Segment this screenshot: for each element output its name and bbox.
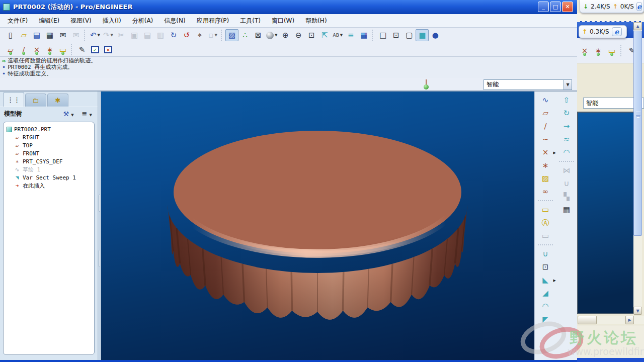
regenerate-manager-icon[interactable]: ↺ <box>180 29 193 41</box>
maximize-button[interactable]: □ <box>550 2 561 12</box>
tree-tools-button[interactable]: ⚒ ▼ <box>61 110 75 118</box>
pattern-icon[interactable]: ▦ <box>559 203 574 216</box>
tree-item-top[interactable]: ▱TOP <box>5 141 93 149</box>
chamfer-icon[interactable]: ◤ <box>538 313 552 326</box>
tab-favorites[interactable]: ✱ <box>47 94 68 107</box>
wireframe-icon[interactable]: □ <box>376 29 389 41</box>
round-icon[interactable]: ◠ <box>538 300 552 313</box>
refit-icon[interactable]: ⊡ <box>305 29 318 41</box>
graphics-viewport[interactable] <box>101 92 534 360</box>
sketch-tool-icon[interactable]: ✎ <box>75 44 89 56</box>
sketched-curve-icon[interactable]: ∿ <box>538 94 552 107</box>
menu-insert[interactable]: 插入(I) <box>97 15 127 27</box>
new-file-icon[interactable]: ▯ <box>4 29 17 41</box>
tree-item-sweep[interactable]: ◥Var Sect Sweep 1 <box>5 173 93 182</box>
note-icon[interactable]: ▭ <box>538 203 552 216</box>
regenerate-icon[interactable]: ↻ <box>167 29 180 41</box>
find-icon[interactable]: ⌖ <box>193 29 206 41</box>
shaded-icon[interactable]: ■ <box>416 29 429 41</box>
menu-file[interactable]: 文件(F) <box>2 15 33 27</box>
activate-window-icon[interactable]: ✓ <box>89 44 102 56</box>
hidden-line-icon[interactable]: ⊡ <box>389 29 403 41</box>
mirror-icon[interactable]: ⋈ <box>559 164 574 177</box>
tree-settings-button[interactable]: ≣ ▼ <box>80 110 94 118</box>
annotation-display-icon[interactable]: ▭ <box>56 44 69 56</box>
enhanced-realism-icon[interactable]: ● <box>429 29 442 41</box>
scroll-down-button[interactable]: ▼ <box>633 307 642 315</box>
menu-info[interactable]: 信息(N) <box>158 15 191 27</box>
boundary-blend-icon[interactable]: ◠ <box>559 146 574 159</box>
merge-icon[interactable]: ∪ <box>559 177 574 190</box>
tree-item-sketch1[interactable]: ∿草绘 1 <box>5 165 93 173</box>
datum-plane-icon[interactable]: ▱ <box>538 107 552 120</box>
reorient-view-icon[interactable]: ⊠ <box>252 29 265 41</box>
notes-disabled-icon[interactable]: ▭ <box>538 229 552 242</box>
selection-filter-combobox[interactable]: 智能 ▼ <box>484 79 572 90</box>
draft-icon[interactable]: ◢ <box>538 287 552 300</box>
datum-csys-icon[interactable]: ∗ <box>538 159 552 172</box>
minimize-button[interactable]: _ <box>538 2 549 12</box>
save-icon[interactable]: ▤ <box>30 29 43 41</box>
paste-special-icon[interactable]: ▥ <box>154 29 167 41</box>
panel-splitter[interactable] <box>98 92 101 360</box>
close-button[interactable]: ✕ <box>562 2 573 12</box>
tab-model-tree[interactable]: ⋮⋮ <box>3 92 24 107</box>
tree-item-csys[interactable]: ∗PRT_CSYS_DEF <box>5 157 93 165</box>
menu-analysis[interactable]: 分析(A) <box>127 15 159 27</box>
menu-window[interactable]: 窗口(W) <box>266 15 300 27</box>
datum-curve-icon[interactable]: ∼ <box>538 133 552 146</box>
print-icon[interactable]: ▦ <box>43 29 56 41</box>
regeneration-status-icon[interactable] <box>424 79 430 89</box>
splitter-handle[interactable] <box>99 250 100 267</box>
trim-icon[interactable]: ▚ <box>559 190 574 203</box>
bg-point-display-icon[interactable]: × <box>578 45 591 57</box>
tree-item-part[interactable]: PRT0002.PRT <box>5 125 93 133</box>
saved-views-icon[interactable]: AB▼ <box>331 29 344 41</box>
horizontal-scrollbar[interactable]: ▶ <box>577 316 644 324</box>
model-bottle-cap[interactable] <box>101 92 534 360</box>
view-manager-icon[interactable]: ▦ <box>357 29 370 41</box>
title-bar[interactable]: PRT0002 (活动的) - Pro/ENGINEER _ □ ✕ <box>0 0 577 14</box>
bg-annotation-display-icon[interactable]: ▭ <box>605 45 618 57</box>
ie-icon[interactable]: e <box>612 27 622 36</box>
no-hidden-icon[interactable]: ▢ <box>403 29 416 41</box>
datum-axis-display-icon[interactable]: ∕ <box>17 44 30 56</box>
layers-icon[interactable]: ≡ <box>344 29 357 41</box>
sketcher-display-icon[interactable]: ▨ <box>225 29 238 41</box>
datum-plane-display-icon[interactable]: ▱ <box>4 44 17 56</box>
menu-help[interactable]: 帮助(H) <box>300 15 332 27</box>
extrude-icon[interactable]: ⇧ <box>559 94 574 107</box>
tree-item-front[interactable]: ▱FRONT <box>5 149 93 157</box>
tab-folder-browser[interactable]: 🗀 <box>25 94 46 107</box>
menu-applications[interactable]: 应用程序(P) <box>191 15 235 27</box>
display-style-icon[interactable]: ▼ <box>265 29 279 41</box>
orient-mode-icon[interactable]: ⇱ <box>318 29 331 41</box>
bg-csys-display-icon[interactable]: ∗ <box>592 45 605 57</box>
netspeed-overlay-2[interactable]: ↑ 0.3K/S e <box>579 25 627 38</box>
ie-icon[interactable]: e <box>636 2 642 11</box>
menu-edit[interactable]: 编辑(E) <box>33 15 65 27</box>
cut-icon[interactable]: ✂ <box>115 29 128 41</box>
open-file-icon[interactable]: ▱ <box>17 29 30 41</box>
paste-icon[interactable]: ▤ <box>141 29 154 41</box>
menu-view[interactable]: 视图(V) <box>65 15 97 27</box>
combobox-dropdown-icon[interactable]: ▼ <box>564 80 572 89</box>
chain-link-icon[interactable]: ∞ <box>538 185 552 198</box>
sweep-icon[interactable]: ⇝ <box>559 120 574 133</box>
splitter-handle[interactable] <box>99 195 100 212</box>
datum-axis-icon[interactable]: ∕ <box>538 120 552 133</box>
redo-icon[interactable]: ↷▼ <box>102 29 115 41</box>
tree-item-right[interactable]: ▱RIGHT <box>5 133 93 141</box>
field-point-icon[interactable]: ▨ <box>538 172 552 185</box>
email-icon[interactable]: ✉ <box>56 29 69 41</box>
point-display-icon[interactable]: × <box>30 44 43 56</box>
csys-display-icon[interactable]: ∗ <box>43 44 56 56</box>
scroll-up-button[interactable]: ▲ <box>633 22 642 30</box>
zoom-out-icon[interactable]: ⊖ <box>292 29 305 41</box>
horizontal-scrollbar-thumb[interactable] <box>578 316 597 324</box>
select-region-icon[interactable]: ▫▼ <box>206 29 219 41</box>
vertical-scrollbar[interactable]: ▲ ▼ <box>633 22 642 315</box>
balloon-note-icon[interactable]: Ⓐ <box>538 216 552 229</box>
rib-icon[interactable]: ◣▶ <box>538 274 552 287</box>
shell-icon[interactable]: ⊡ <box>538 260 552 274</box>
